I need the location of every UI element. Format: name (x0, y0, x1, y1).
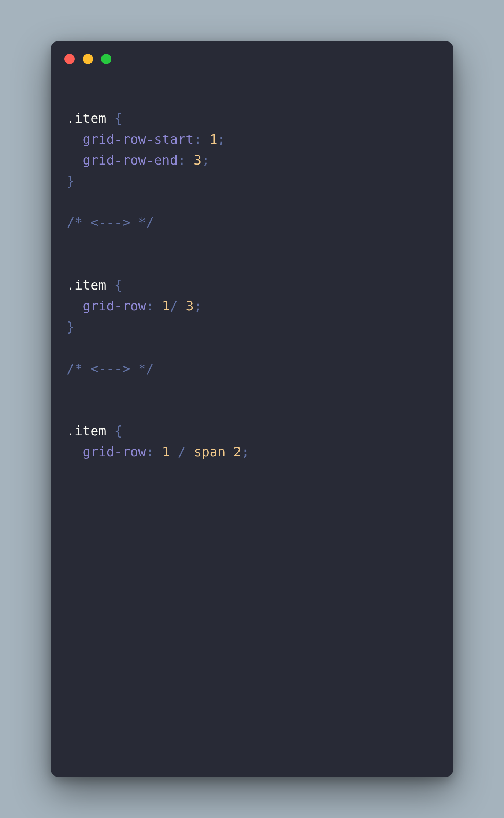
code-token: : (146, 298, 154, 313)
code-token: / (178, 444, 186, 459)
maximize-icon[interactable] (101, 54, 111, 64)
code-token: /* <---> */ (67, 361, 154, 376)
code-token: : (194, 132, 202, 147)
code-token: { (114, 423, 122, 438)
code-token: /* <---> */ (67, 215, 154, 230)
code-token: ; (194, 298, 202, 313)
code-token: grid-row (82, 444, 146, 459)
code-token: .item (67, 111, 106, 126)
code-token: } (67, 173, 75, 188)
code-token: / (170, 298, 178, 313)
code-token: : (146, 444, 154, 459)
titlebar (51, 41, 453, 64)
code-token: { (114, 277, 122, 292)
code-token: 2 (233, 444, 241, 459)
code-token: 1 (162, 298, 170, 313)
code-window: .item { grid-row-start: 1; grid-row-end:… (51, 41, 453, 777)
code-token: { (114, 111, 122, 126)
code-token: ; (218, 132, 226, 147)
code-token: 1 (162, 444, 170, 459)
code-editor[interactable]: .item { grid-row-start: 1; grid-row-end:… (51, 64, 453, 477)
code-token: } (67, 319, 75, 334)
code-token: span (194, 444, 226, 459)
minimize-icon[interactable] (83, 54, 93, 64)
code-token: 1 (210, 132, 218, 147)
code-token: ; (241, 444, 249, 459)
code-token: .item (67, 277, 106, 292)
code-token: ; (202, 152, 210, 167)
code-token: : (178, 152, 186, 167)
code-token: .item (67, 423, 106, 438)
code-token: 3 (194, 152, 202, 167)
code-token: grid-row-start (82, 132, 193, 147)
code-token: grid-row-end (82, 152, 178, 167)
close-icon[interactable] (64, 54, 75, 64)
code-token: 3 (186, 298, 194, 313)
code-token: grid-row (82, 298, 146, 313)
